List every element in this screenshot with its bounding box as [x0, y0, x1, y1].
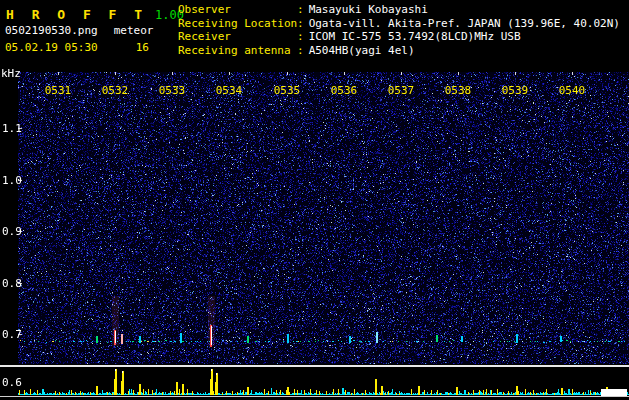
time-label-0537: 0537 — [388, 84, 415, 97]
freq-label-0-7: 0.7 — [2, 328, 22, 341]
info-row-observer: Observer:Masayuki Kobayashi — [178, 3, 620, 17]
info-value: A504HB(yagi 4el) — [309, 44, 415, 57]
output-filename: 0502190530.png — [5, 24, 98, 37]
time-label-0540: 0540 — [559, 84, 586, 97]
info-row-location: Receiving Location:Ogata-vill. Akita-Pre… — [178, 17, 620, 31]
time-label-0535: 0535 — [274, 84, 301, 97]
info-value: Masayuki Kobayashi — [309, 3, 428, 16]
station-info: Observer:Masayuki Kobayashi Receiving Lo… — [178, 3, 620, 57]
colon: : — [297, 44, 304, 57]
info-row-receiver: Receiver:ICOM IC-575 53.7492(8LCD)MHz US… — [178, 30, 620, 44]
time-label-0538: 0538 — [445, 84, 472, 97]
app-brand: H R O F F T1.00 — [6, 4, 184, 23]
echo-count: 16 — [136, 41, 149, 54]
freq-label-0-8: 0.8 — [2, 277, 22, 290]
time-label-0532: 0532 — [102, 84, 129, 97]
spectrogram-power-divider — [0, 365, 629, 367]
time-label-0539: 0539 — [502, 84, 529, 97]
colon: : — [297, 30, 304, 43]
info-row-antenna: Receiving antenna:A504HB(yagi 4el) — [178, 44, 620, 58]
colon: : — [297, 3, 304, 16]
power-strip-canvas — [18, 368, 629, 395]
date-line: 05.02.19 05:3016 — [5, 41, 149, 54]
time-label-0531: 0531 — [45, 84, 72, 97]
info-label: Observer — [178, 3, 297, 17]
observation-mode-label: meteor — [114, 24, 154, 37]
freq-label-0-6: 0.6 — [2, 376, 22, 389]
info-label: Receiver — [178, 30, 297, 44]
overload-marker — [601, 389, 627, 396]
hrofft-window: H R O F F T1.00 0502190530.pngmeteor 05.… — [0, 0, 629, 400]
info-value: Ogata-vill. Akita-Pref. JAPAN (139.96E, … — [309, 17, 620, 30]
info-label: Receiving Location — [178, 17, 297, 31]
time-label-0536: 0536 — [331, 84, 358, 97]
freq-label-1-1: 1.1 — [2, 122, 22, 135]
time-label-0533: 0533 — [159, 84, 186, 97]
file-line: 0502190530.pngmeteor — [5, 24, 153, 37]
app-title: H R O F F T — [6, 7, 147, 22]
info-label: Receiving antenna — [178, 44, 297, 58]
freq-axis-unit: kHz — [1, 67, 21, 80]
observation-datetime: 05.02.19 05:30 — [5, 41, 98, 54]
spectrogram-canvas — [18, 72, 629, 364]
freq-label-0-9: 0.9 — [2, 225, 22, 238]
bottom-frame-line — [0, 396, 629, 397]
freq-label-1-0: 1.0 — [2, 174, 22, 187]
colon: : — [297, 17, 304, 30]
time-label-0534: 0534 — [216, 84, 243, 97]
info-value: ICOM IC-575 53.7492(8LCD)MHz USB — [309, 30, 521, 43]
